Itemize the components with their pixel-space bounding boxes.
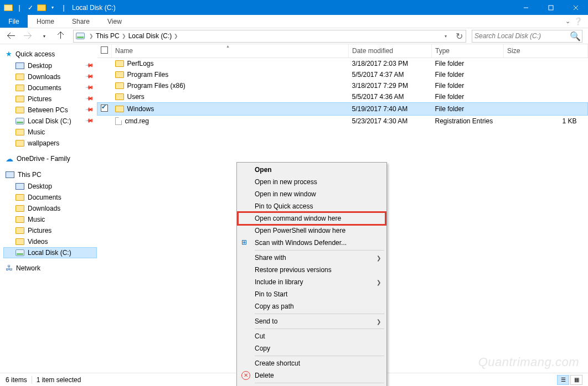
file-row[interactable]: Windows 5/19/2017 7:40 AM File folder: [97, 103, 588, 116]
up-button[interactable]: 🡡: [54, 29, 68, 43]
search-icon[interactable]: 🔍: [569, 31, 582, 41]
file-tab[interactable]: File: [0, 15, 28, 28]
chevron-right-icon[interactable]: ❯: [88, 33, 95, 39]
sidebar-item[interactable]: Pictures: [3, 225, 97, 236]
context-menu-item[interactable]: Restore previous versions: [238, 264, 385, 276]
recent-dropdown[interactable]: ▾: [38, 29, 51, 43]
sidebar-item[interactable]: wallpapers: [3, 138, 97, 149]
icons-view-button[interactable]: ▦: [570, 375, 582, 385]
context-menu-item[interactable]: Copy as path: [238, 300, 385, 312]
network-icon: 🖧: [6, 264, 13, 272]
network-header[interactable]: 🖧Network: [3, 262, 97, 274]
home-tab[interactable]: Home: [28, 15, 63, 28]
file-row[interactable]: Users 5/5/2017 4:36 AM File folder: [97, 91, 588, 103]
defender-icon: ⊞: [241, 238, 250, 247]
size-column-header[interactable]: Size: [504, 44, 588, 58]
forward-button[interactable]: 🡢: [21, 29, 34, 43]
file-name: Program Files (x86): [127, 82, 185, 90]
context-menu-item[interactable]: Cut: [238, 330, 385, 342]
breadcrumb-drive[interactable]: Local Disk (C:): [128, 32, 172, 40]
context-menu-item[interactable]: Pin to Quick access: [238, 200, 385, 212]
folder-icon: [16, 140, 24, 147]
qat-dropdown-icon[interactable]: ▾: [48, 3, 58, 13]
file-date: 5/19/2017 7:40 AM: [349, 103, 432, 116]
date-column-header[interactable]: Date modified: [349, 44, 432, 58]
qat-properties-icon[interactable]: ✓: [25, 3, 35, 13]
file-list[interactable]: Name Date modified Type Size PerfLogs 3/…: [97, 44, 588, 373]
sidebar-item[interactable]: Pictures📌: [3, 93, 97, 105]
ribbon: File Home Share View ⌄ ❔: [0, 15, 588, 28]
file-name: Program Files: [127, 71, 169, 79]
sidebar-item[interactable]: Music: [3, 127, 97, 138]
address-bar[interactable]: ❯ This PC ❯ Local Disk (C:) ❯ ▾ ↻: [73, 30, 466, 43]
ribbon-expand-icon[interactable]: ⌄: [565, 18, 570, 25]
sidebar-item[interactable]: Documents: [3, 192, 97, 203]
context-menu-item[interactable]: Copy: [238, 342, 385, 354]
context-menu-item[interactable]: Share with❯: [238, 252, 385, 264]
maximize-button[interactable]: [538, 0, 563, 15]
folder-icon: [115, 60, 124, 67]
sidebar-item[interactable]: Desktop: [3, 181, 97, 192]
pin-icon: 📌: [85, 82, 95, 93]
select-all-checkbox[interactable]: [101, 46, 108, 54]
share-tab[interactable]: Share: [63, 15, 99, 28]
sidebar-item[interactable]: Local Disk (C:): [3, 247, 97, 258]
minimize-button[interactable]: [513, 0, 538, 15]
reg-file-icon: [115, 117, 122, 125]
sidebar-item[interactable]: Between PCs📌: [3, 105, 97, 116]
context-menu-item[interactable]: Send to❯: [238, 315, 385, 327]
file-row[interactable]: PerfLogs 3/18/2017 2:03 PM File folder: [97, 58, 588, 70]
context-menu-item[interactable]: ✕Delete: [238, 369, 385, 382]
close-button[interactable]: [563, 0, 588, 15]
details-view-button[interactable]: ☰: [557, 375, 569, 385]
file-row[interactable]: Program Files (x86) 3/18/2017 7:29 PM Fi…: [97, 80, 588, 91]
file-date: 5/5/2017 4:36 AM: [349, 91, 432, 103]
context-menu: OpenOpen in new processOpen in new windo…: [236, 162, 387, 386]
address-dropdown[interactable]: ▾: [440, 30, 451, 42]
sidebar-item[interactable]: Downloads📌: [3, 71, 97, 82]
qat-newfolder-icon[interactable]: [37, 3, 47, 13]
context-menu-item[interactable]: Include in library❯: [238, 276, 385, 288]
sidebar-item[interactable]: Music: [3, 214, 97, 225]
sidebar-item[interactable]: Desktop📌: [3, 60, 97, 71]
qat-divider: |: [14, 3, 24, 13]
context-menu-item[interactable]: Create shortcut: [238, 357, 385, 369]
search-box[interactable]: 🔍: [472, 30, 582, 43]
navigation-pane[interactable]: ★Quick access Desktop📌Downloads📌Document…: [0, 44, 97, 373]
sidebar-item[interactable]: Local Disk (C:)📌: [3, 116, 97, 127]
context-menu-item[interactable]: Open PowerShell window here: [238, 225, 385, 237]
name-column-header[interactable]: Name: [112, 44, 349, 58]
breadcrumb-this-pc[interactable]: This PC: [96, 32, 120, 40]
help-icon[interactable]: ❔: [574, 17, 582, 25]
quick-access-header[interactable]: ★Quick access: [3, 48, 97, 60]
context-menu-item[interactable]: Open in new process: [238, 176, 385, 188]
context-menu-item[interactable]: Open: [238, 164, 385, 176]
file-row[interactable]: Program Files 5/5/2017 4:37 AM File fold…: [97, 69, 588, 80]
view-tab[interactable]: View: [99, 15, 131, 28]
back-button[interactable]: 🡠: [4, 29, 18, 43]
item-count: 6 items: [6, 376, 27, 384]
pin-icon: 📌: [85, 93, 95, 104]
file-name: Users: [127, 93, 145, 101]
chevron-right-icon[interactable]: ❯: [121, 33, 127, 39]
context-menu-item[interactable]: Pin to Start: [238, 288, 385, 300]
folder-icon: [16, 74, 24, 80]
context-menu-item[interactable]: ⊞Scan with Windows Defender...: [238, 237, 385, 249]
sidebar-item[interactable]: Videos: [3, 236, 97, 247]
folder-icon: [16, 249, 24, 256]
context-menu-item[interactable]: Open command window here: [238, 212, 385, 225]
sidebar-item[interactable]: Downloads: [3, 203, 97, 214]
refresh-button[interactable]: ↻: [453, 30, 465, 42]
sidebar-item[interactable]: Documents📌: [3, 82, 97, 93]
file-row[interactable]: cmd.reg 5/23/2017 4:30 AM Registration E…: [97, 116, 588, 127]
row-checkbox[interactable]: [101, 105, 108, 112]
thispc-header[interactable]: This PC: [3, 169, 97, 181]
file-date: 5/23/2017 4:30 AM: [349, 116, 432, 127]
chevron-right-icon[interactable]: ❯: [173, 33, 179, 39]
context-menu-item[interactable]: Open in new window: [238, 188, 385, 200]
onedrive-header[interactable]: ☁OneDrive - Family: [3, 152, 97, 165]
file-type: File folder: [432, 69, 504, 80]
search-input[interactable]: [472, 32, 569, 40]
type-column-header[interactable]: Type: [432, 44, 504, 58]
pc-icon: [6, 171, 14, 178]
